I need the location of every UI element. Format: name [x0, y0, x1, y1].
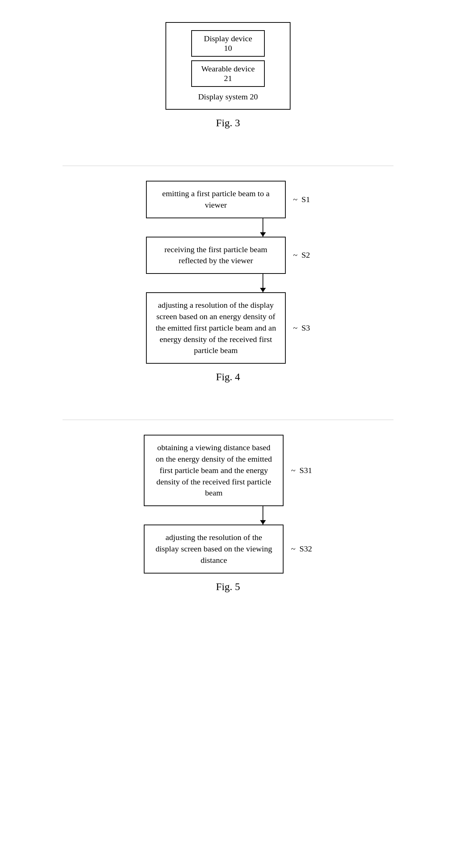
- section-divider-1: [63, 166, 393, 166]
- flow-step-s2: receiving the first particle beam reflec…: [146, 237, 310, 274]
- arrow-s31-s32: [263, 506, 263, 525]
- display-device-number: 10: [224, 43, 232, 53]
- flow-label-s2: S2: [293, 250, 310, 260]
- flow-box-s2: receiving the first particle beam reflec…: [146, 237, 286, 274]
- fig5-flowchart: obtaining a viewing distance based on th…: [144, 435, 312, 573]
- flow-label-s32: S32: [291, 544, 312, 554]
- fig3-section: Display device 10 Wearable device 21 Dis…: [165, 22, 291, 129]
- flow-box-s3-text: adjusting a resolution of the display sc…: [156, 300, 276, 355]
- wearable-device-label: Wearable device: [201, 64, 254, 73]
- flow-box-s31-text: obtaining a viewing distance based on th…: [156, 443, 272, 497]
- fig3-caption: Fig. 3: [216, 117, 240, 129]
- arrow-s2-s3: [263, 274, 263, 292]
- wearable-device-number: 21: [224, 74, 232, 83]
- fig3-outer-box: Display device 10 Wearable device 21 Dis…: [165, 22, 291, 110]
- page-container: Display device 10 Wearable device 21 Dis…: [0, 0, 456, 868]
- flow-box-s1: emitting a first particle beam to a view…: [146, 181, 286, 218]
- fig4-section: emitting a first particle beam to a view…: [146, 181, 310, 383]
- display-device-box: Display device 10: [191, 30, 265, 57]
- flow-step-s32: adjusting the resolution of the display …: [144, 525, 312, 573]
- flow-label-s31: S31: [291, 466, 312, 475]
- flow-box-s3: adjusting a resolution of the display sc…: [146, 292, 286, 364]
- display-system-label: Display system 20: [198, 92, 258, 102]
- flow-step-s3: adjusting a resolution of the display sc…: [146, 292, 310, 364]
- flow-step-s1: emitting a first particle beam to a view…: [146, 181, 310, 218]
- display-device-label: Display device: [204, 34, 252, 43]
- wearable-device-box: Wearable device 21: [191, 60, 265, 87]
- fig5-section: obtaining a viewing distance based on th…: [144, 435, 312, 592]
- flow-box-s2-text: receiving the first particle beam reflec…: [164, 245, 267, 265]
- flow-box-s32-text: adjusting the resolution of the display …: [156, 533, 272, 565]
- flow-box-s31: obtaining a viewing distance based on th…: [144, 435, 284, 506]
- section-divider-2: [63, 420, 393, 420]
- flow-step-s31: obtaining a viewing distance based on th…: [144, 435, 312, 506]
- fig4-flowchart: emitting a first particle beam to a view…: [146, 181, 310, 364]
- flow-label-s1: S1: [293, 195, 310, 204]
- fig5-caption: Fig. 5: [216, 581, 240, 593]
- flow-box-s32: adjusting the resolution of the display …: [144, 525, 284, 573]
- fig4-caption: Fig. 4: [216, 371, 240, 383]
- arrow-s1-s2: [263, 218, 263, 237]
- flow-box-s1-text: emitting a first particle beam to a view…: [162, 189, 270, 209]
- flow-label-s3: S3: [293, 323, 310, 333]
